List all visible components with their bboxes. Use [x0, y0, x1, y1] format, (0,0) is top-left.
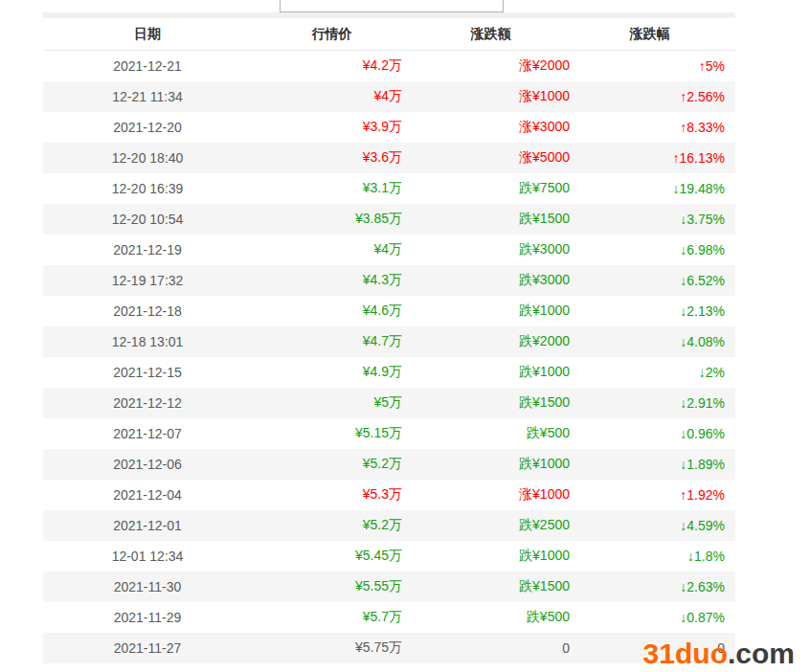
price-cell: ¥4.7万 [252, 333, 412, 350]
date-cell: 12-19 17:32 [43, 273, 252, 288]
price-cell: ¥4万 [252, 241, 412, 258]
table-row: 2021-12-15¥4.9万跌¥1000↓2% [43, 357, 735, 388]
change-cell: 跌¥500 [412, 609, 579, 626]
change-cell: 跌¥1000 [412, 364, 579, 381]
date-cell: 12-21 11:34 [43, 89, 252, 104]
change-cell: 跌¥3000 [412, 272, 579, 289]
date-cell: 2021-11-29 [43, 610, 252, 625]
header-price: 行情价 [252, 26, 412, 43]
watermark-suffix: .com [728, 638, 795, 669]
price-cell: ¥5.15万 [252, 425, 412, 442]
site-watermark: 31duo.com [643, 636, 795, 672]
change-cell: 跌¥3000 [412, 241, 579, 258]
change-cell: 跌¥2500 [412, 517, 579, 534]
date-cell: 2021-11-30 [43, 579, 252, 594]
pct-cell: ↓0.87% [579, 610, 735, 625]
price-cell: ¥3.1万 [252, 180, 412, 197]
pct-cell: ↓2.91% [579, 395, 735, 411]
table-row: 12-20 16:39¥3.1万跌¥7500↓19.48% [43, 173, 735, 204]
price-cell: ¥3.9万 [252, 119, 412, 136]
table-row: 2021-12-01¥5.2万跌¥2500↓4.59% [43, 510, 735, 541]
pct-cell: ↑1.92% [579, 487, 735, 503]
price-cell: ¥5.45万 [252, 548, 412, 565]
change-cell: 涨¥3000 [412, 119, 579, 136]
pct-cell: ↓6.98% [579, 242, 735, 258]
pct-cell: ↑5% [579, 58, 735, 74]
pct-cell: ↓4.08% [579, 334, 735, 349]
header-date: 日期 [43, 26, 252, 43]
price-cell: ¥4万 [252, 88, 412, 105]
table-row: 12-20 18:40¥3.6万涨¥5000↑16.13% [43, 143, 735, 173]
pct-cell: ↓2.13% [579, 303, 735, 319]
pct-cell: ↓19.48% [579, 181, 735, 196]
search-input[interactable] [280, 0, 504, 12]
header-pct: 涨跌幅 [579, 26, 735, 43]
table-row: 2021-12-06¥5.2万跌¥1000↓1.89% [43, 449, 735, 480]
date-cell: 12-20 10:54 [43, 212, 252, 227]
price-cell: ¥5.75万 [252, 639, 412, 657]
table-body: 2021-12-21¥4.2万涨¥2000↑5%12-21 11:34¥4万涨¥… [43, 51, 735, 663]
change-cell: 跌¥1500 [412, 394, 579, 412]
table-row: 2021-12-04¥5.3万涨¥1000↑1.92% [43, 480, 735, 510]
change-cell: 跌¥1000 [412, 548, 579, 565]
change-cell: 0 [412, 640, 579, 656]
date-cell: 2021-11-27 [43, 640, 252, 656]
price-cell: ¥4.6万 [252, 302, 412, 320]
price-history-table: 日期 行情价 涨跌额 涨跌幅 2021-12-21¥4.2万涨¥2000↑5%1… [43, 12, 735, 663]
price-cell: ¥5.55万 [252, 578, 412, 595]
table-row: 12-20 10:54¥3.85万跌¥1500↓3.75% [43, 204, 735, 235]
pct-cell: ↓2% [579, 365, 735, 380]
table-row: 2021-12-21¥4.2万涨¥2000↑5% [43, 51, 735, 81]
change-cell: 跌¥7500 [412, 180, 579, 197]
change-cell: 涨¥1000 [412, 486, 579, 504]
pct-cell: ↑2.56% [579, 89, 735, 104]
table-row: 12-01 12:34¥5.45万跌¥1000↓1.8% [43, 541, 735, 571]
page: 日期 行情价 涨跌额 涨跌幅 2021-12-21¥4.2万涨¥2000↑5%1… [0, 0, 810, 672]
table-row: 2021-11-30¥5.55万跌¥1500↓2.63% [43, 571, 735, 602]
table-row: 12-18 13:01¥4.7万跌¥2000↓4.08% [43, 326, 735, 357]
price-cell: ¥5.2万 [252, 456, 412, 473]
pct-cell: ↑8.33% [579, 120, 735, 135]
change-cell: 涨¥5000 [412, 149, 579, 167]
table-row: 2021-12-18¥4.6万跌¥1000↓2.13% [43, 296, 735, 326]
date-cell: 2021-12-18 [43, 303, 252, 319]
date-cell: 2021-12-04 [43, 487, 252, 503]
change-cell: 跌¥500 [412, 425, 579, 442]
date-cell: 12-20 16:39 [43, 181, 252, 196]
table-header-row: 日期 行情价 涨跌额 涨跌幅 [43, 18, 735, 51]
change-cell: 涨¥1000 [412, 88, 579, 105]
date-cell: 2021-12-20 [43, 120, 252, 135]
change-cell: 跌¥1500 [412, 578, 579, 595]
date-cell: 12-18 13:01 [43, 334, 252, 349]
pct-cell: ↓2.63% [579, 579, 735, 594]
date-cell: 2021-12-12 [43, 395, 252, 411]
pct-cell: ↓1.8% [579, 549, 735, 564]
table-row: 2021-12-20¥3.9万涨¥3000↑8.33% [43, 112, 735, 143]
pct-cell: ↓1.89% [579, 457, 735, 472]
price-cell: ¥4.3万 [252, 272, 412, 289]
pct-cell: ↓4.59% [579, 518, 735, 533]
date-cell: 12-20 18:40 [43, 150, 252, 166]
change-cell: 涨¥2000 [412, 57, 579, 75]
price-cell: ¥5.2万 [252, 517, 412, 534]
price-cell: ¥3.6万 [252, 149, 412, 167]
table-row: 2021-11-29¥5.7万跌¥500↓0.87% [43, 602, 735, 633]
date-cell: 2021-12-19 [43, 242, 252, 258]
table-row: 2021-12-07¥5.15万跌¥500↓0.96% [43, 418, 735, 449]
date-cell: 2021-12-06 [43, 457, 252, 472]
table-row: 2021-12-12¥5万跌¥1500↓2.91% [43, 388, 735, 418]
change-cell: 跌¥1500 [412, 211, 579, 228]
date-cell: 2021-12-01 [43, 518, 252, 533]
pct-cell: ↓3.75% [579, 212, 735, 227]
change-cell: 跌¥1000 [412, 456, 579, 473]
pct-cell: ↑16.13% [579, 150, 735, 166]
date-cell: 12-01 12:34 [43, 549, 252, 564]
price-cell: ¥5万 [252, 394, 412, 412]
watermark-brand: 31duo [643, 638, 728, 669]
price-cell: ¥3.85万 [252, 211, 412, 228]
table-row: 2021-12-19¥4万跌¥3000↓6.98% [43, 235, 735, 265]
change-cell: 跌¥1000 [412, 302, 579, 320]
date-cell: 2021-12-15 [43, 365, 252, 380]
pct-cell: ↓6.52% [579, 273, 735, 288]
price-cell: ¥5.3万 [252, 486, 412, 504]
